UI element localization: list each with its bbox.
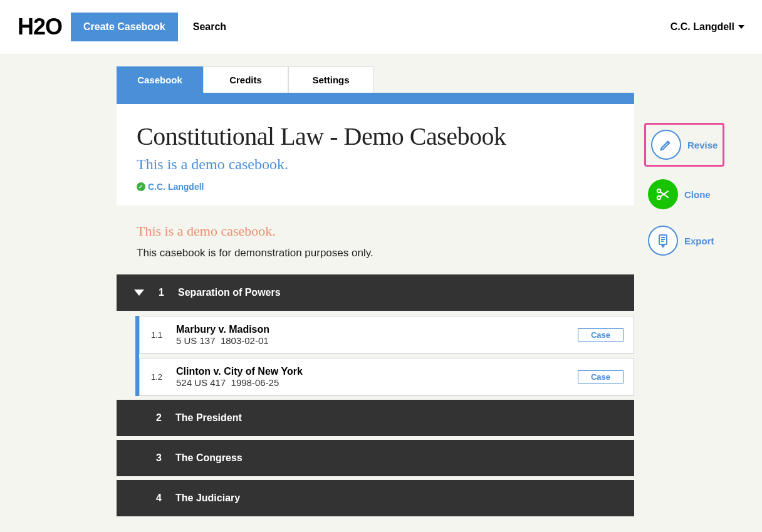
author-name: C.C. Langdell xyxy=(148,182,204,192)
search-link[interactable]: Search xyxy=(193,21,226,33)
tab-settings[interactable]: Settings xyxy=(288,66,373,93)
description-text: This casebook is for demonstration purpo… xyxy=(137,247,614,259)
export-icon xyxy=(648,226,678,256)
section-number: 2 xyxy=(155,412,162,424)
case-meta: 524 US 417 1998-06-25 xyxy=(176,377,566,388)
topbar: H2O Create Casebook Search C.C. Langdell xyxy=(0,0,762,54)
action-label: Clone xyxy=(684,189,711,200)
section-number: 3 xyxy=(155,452,162,464)
case-meta: 5 US 137 1803-02-01 xyxy=(176,335,566,346)
section-header-4[interactable]: 4 The Judiciary xyxy=(117,480,634,516)
author-row[interactable]: ✓ C.C. Langdell xyxy=(137,182,614,192)
create-casebook-button[interactable]: Create Casebook xyxy=(71,13,178,41)
user-name-label: C.C. Langdell xyxy=(671,21,734,33)
case-type-badge: Case xyxy=(578,328,624,342)
page-title: Constitutional Law - Demo Casebook xyxy=(137,122,614,151)
section-number: 1 xyxy=(158,287,164,298)
case-item[interactable]: 1.1 Marbury v. Madison 5 US 137 1803-02-… xyxy=(139,316,634,354)
logo: H2O xyxy=(18,14,62,40)
revise-action[interactable]: Revise xyxy=(644,123,724,167)
chevron-down-icon xyxy=(134,289,144,296)
case-number: 1.1 xyxy=(151,330,165,340)
header-block: Constitutional Law - Demo Casebook This … xyxy=(117,93,634,206)
clone-action[interactable]: Clone xyxy=(644,175,724,213)
svg-point-0 xyxy=(657,189,660,192)
section-title: Separation of Powers xyxy=(178,287,281,298)
tab-casebook[interactable]: Casebook xyxy=(117,66,203,93)
section-header-3[interactable]: 3 The Congress xyxy=(117,440,634,476)
tab-credits[interactable]: Credits xyxy=(203,66,288,93)
action-rail: Revise Clone Export xyxy=(644,123,724,259)
action-label: Export xyxy=(684,236,714,246)
scissors-icon xyxy=(648,179,678,209)
verified-icon: ✓ xyxy=(137,182,145,191)
case-item[interactable]: 1.2 Clinton v. City of New York 524 US 4… xyxy=(139,358,634,396)
section-title: The President xyxy=(175,412,242,424)
case-title: Clinton v. City of New York xyxy=(176,366,566,377)
description-block: This is a demo casebook. This casebook i… xyxy=(117,206,634,271)
section-header-2[interactable]: 2 The President xyxy=(117,400,634,436)
headnote: This is a demo casebook. xyxy=(137,223,614,239)
case-number: 1.2 xyxy=(151,372,165,382)
pencil-icon xyxy=(651,130,681,160)
export-action[interactable]: Export xyxy=(644,222,724,259)
section-number: 4 xyxy=(155,493,162,504)
case-title: Marbury v. Madison xyxy=(176,324,566,335)
section-title: The Judiciary xyxy=(175,493,240,504)
caret-down-icon xyxy=(738,25,744,29)
page-subtitle: This is a demo casebook. xyxy=(137,156,614,173)
case-type-badge: Case xyxy=(578,370,624,383)
user-menu[interactable]: C.C. Langdell xyxy=(671,21,744,33)
section-header-1[interactable]: 1 Separation of Powers xyxy=(117,274,634,311)
action-label: Revise xyxy=(687,140,718,150)
section-1-items: 1.1 Marbury v. Madison 5 US 137 1803-02-… xyxy=(135,316,634,396)
svg-point-1 xyxy=(657,196,660,199)
tabs: Casebook Credits Settings xyxy=(117,66,373,93)
section-title: The Congress xyxy=(175,452,243,464)
